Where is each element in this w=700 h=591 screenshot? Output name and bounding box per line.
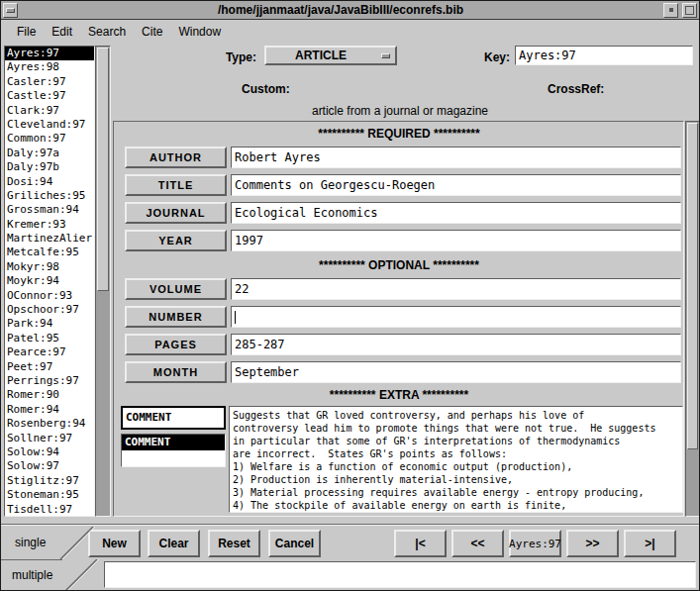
- number-input[interactable]: [231, 306, 681, 328]
- list-item[interactable]: Ayres:97: [5, 47, 94, 60]
- bottom-separator: [1, 524, 700, 526]
- list-item[interactable]: Stiglitz:97: [5, 474, 94, 488]
- extra-section-header: ********** EXTRA **********: [114, 388, 684, 402]
- list-item[interactable]: Dosi:94: [5, 175, 94, 189]
- list-item[interactable]: Griliches:95: [5, 189, 94, 203]
- list-item[interactable]: Peet:97: [5, 360, 94, 374]
- nav-current-entry-button[interactable]: Ayres:97: [509, 530, 561, 557]
- list-item[interactable]: Daly:97b: [5, 160, 94, 174]
- comment-textarea[interactable]: Suggests that GR loved controversy, and …: [229, 406, 683, 513]
- nav-last-button[interactable]: >|: [624, 530, 676, 557]
- list-item[interactable]: Opschoor:97: [5, 303, 94, 317]
- list-item[interactable]: Ayres:98: [5, 60, 94, 74]
- clear-button[interactable]: Clear: [148, 530, 200, 557]
- list-item[interactable]: Kremer:93: [5, 218, 94, 232]
- menu-file[interactable]: File: [9, 21, 44, 43]
- list-item[interactable]: Castle:97: [5, 89, 94, 103]
- list-item[interactable]: Romer:94: [5, 403, 94, 417]
- type-label: Type:: [195, 50, 256, 64]
- optional-section-header: ********** OPTIONAL **********: [114, 258, 684, 272]
- tab-single-label: single: [15, 536, 46, 549]
- list-item[interactable]: Cleveland:97: [5, 118, 94, 132]
- list-item[interactable]: Rosenberg:94: [5, 417, 94, 431]
- year-input[interactable]: 1997: [231, 230, 681, 251]
- list-item[interactable]: Tisdell:97: [5, 503, 94, 517]
- tab-single[interactable]: single: [1, 527, 96, 559]
- key-value: Ayres:97: [519, 49, 576, 62]
- author-value: Robert Ayres: [235, 150, 321, 164]
- title-value: Comments on Georgescu-Roegen: [235, 178, 435, 192]
- month-input[interactable]: September: [231, 361, 681, 383]
- extra-field-selector[interactable]: COMMENT: [121, 406, 226, 430]
- journal-field-label[interactable]: JOURNAL: [125, 202, 227, 224]
- list-item[interactable]: Moykr:94: [5, 274, 94, 288]
- list-item[interactable]: Park:94: [5, 317, 94, 331]
- form-scrollbar-thumb[interactable]: [687, 123, 698, 449]
- app-window: /home/jjanmaat/java/JavaBibIII/econrefs.…: [0, 0, 700, 591]
- author-input[interactable]: Robert Ayres: [231, 147, 681, 168]
- list-item[interactable]: Daly:97a: [5, 147, 94, 160]
- list-item[interactable]: Grossman:94: [5, 203, 94, 217]
- type-dropdown[interactable]: ARTICLE: [264, 46, 397, 65]
- list-item[interactable]: Patel:95: [5, 332, 94, 345]
- list-item[interactable]: Romer:90: [5, 388, 94, 402]
- list-item[interactable]: Solow:97: [5, 459, 94, 473]
- required-section-header: ********** REQUIRED **********: [114, 127, 684, 141]
- extra-list-item[interactable]: COMMENT: [122, 435, 225, 450]
- list-item[interactable]: MartinezAlier:97: [5, 232, 94, 246]
- volume-input[interactable]: 22: [231, 278, 681, 300]
- menu-cite[interactable]: Cite: [134, 21, 170, 43]
- month-field-label[interactable]: MONTH: [125, 361, 227, 383]
- list-item[interactable]: Sollner:97: [5, 432, 94, 445]
- reset-button[interactable]: Reset: [208, 530, 260, 557]
- list-item[interactable]: OConnor:93: [5, 289, 94, 303]
- menu-edit[interactable]: Edit: [44, 21, 80, 43]
- pages-value: 285-287: [235, 338, 285, 351]
- window-menu-button[interactable]: [3, 3, 18, 18]
- list-item[interactable]: Solow:94: [5, 445, 94, 459]
- text-caret: [235, 311, 236, 324]
- maximize-button[interactable]: [682, 3, 697, 18]
- journal-value: Ecological Economics: [235, 206, 378, 220]
- nav-first-button[interactable]: |<: [394, 530, 447, 557]
- type-dropdown-value: ARTICLE: [266, 48, 375, 63]
- key-input[interactable]: Ayres:97: [515, 46, 693, 65]
- year-field-label[interactable]: YEAR: [125, 230, 227, 251]
- titlebar: /home/jjanmaat/java/JavaBibIII/econrefs.…: [1, 1, 699, 20]
- list-item[interactable]: Mokyr:98: [5, 260, 94, 274]
- tab-multiple[interactable]: multiple: [1, 559, 100, 591]
- number-field-label[interactable]: NUMBER: [125, 306, 227, 328]
- title-input[interactable]: Comments on Georgescu-Roegen: [231, 174, 681, 196]
- volume-value: 22: [235, 282, 249, 296]
- list-item[interactable]: Clark:97: [5, 104, 94, 118]
- list-scrollbar[interactable]: [95, 46, 111, 517]
- list-item[interactable]: Metcalfe:95: [5, 246, 94, 259]
- list-item[interactable]: Casler:97: [5, 75, 94, 89]
- entry-type-description: article from a journal or magazine: [110, 104, 690, 118]
- title-field-label[interactable]: TITLE: [125, 174, 227, 196]
- form-scrollbar[interactable]: [685, 121, 700, 517]
- iconify-button[interactable]: [663, 3, 678, 18]
- cite-input[interactable]: \cite{Ayres:97}: [104, 561, 696, 588]
- pages-input[interactable]: 285-287: [231, 334, 681, 355]
- key-label: Key:: [466, 50, 510, 64]
- window-menu-icon: [6, 8, 15, 13]
- window-title: /home/jjanmaat/java/JavaBibIII/econrefs.…: [20, 2, 661, 19]
- list-item[interactable]: Pearce:97: [5, 345, 94, 359]
- menu-window[interactable]: Window: [170, 21, 229, 43]
- author-field-label[interactable]: AUTHOR: [125, 147, 227, 168]
- reference-list[interactable]: Ayres:97Ayres:98Casler:97Castle:97Clark:…: [4, 46, 95, 517]
- option-dash-icon: [381, 53, 390, 58]
- cancel-button[interactable]: Cancel: [268, 530, 321, 557]
- volume-field-label[interactable]: VOLUME: [125, 278, 227, 300]
- extra-field-list[interactable]: COMMENT: [121, 434, 226, 467]
- nav-next-button[interactable]: >>: [566, 530, 619, 557]
- nav-prev-button[interactable]: <<: [451, 530, 504, 557]
- pages-field-label[interactable]: PAGES: [125, 334, 227, 355]
- list-item[interactable]: Common:97: [5, 132, 94, 146]
- menu-search[interactable]: Search: [80, 21, 134, 43]
- journal-input[interactable]: Ecological Economics: [231, 202, 681, 224]
- list-item[interactable]: Stoneman:95: [5, 488, 94, 502]
- list-item[interactable]: Perrings:97: [5, 374, 94, 388]
- list-scrollbar-thumb[interactable]: [97, 48, 109, 291]
